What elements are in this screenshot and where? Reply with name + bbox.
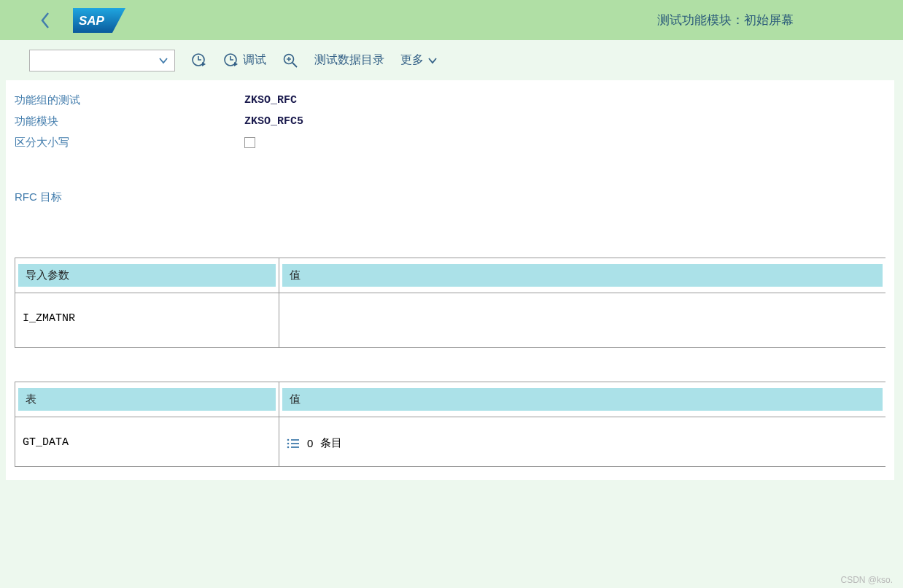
chevron-down-icon (427, 57, 438, 64)
more-button[interactable]: 更多 (400, 53, 438, 68)
param-value-input[interactable] (288, 312, 355, 331)
function-group-value: ZKSO_RFC (244, 94, 297, 107)
import-params-table: 导入参数 I_ZMATNR 值 (15, 258, 885, 348)
list-icon[interactable] (287, 438, 300, 449)
debug-button[interactable]: 调试 (223, 53, 266, 69)
watermark: CSDN @kso. (840, 575, 893, 585)
table-row: GT_DATA (15, 417, 279, 465)
more-label: 更多 (400, 53, 424, 68)
content-area: 功能组的测试 ZKSO_RFC 功能模块 ZKSO_RFC5 区分大小写 RFC… (6, 80, 894, 480)
case-sensitive-checkbox[interactable] (244, 137, 255, 148)
function-group-label: 功能组的测试 (15, 93, 244, 107)
table-row: I_ZMATNR (15, 293, 279, 341)
import-value-header: 值 (282, 264, 883, 287)
svg-point-9 (287, 442, 290, 444)
case-sensitive-label: 区分大小写 (15, 136, 244, 150)
clock-execute-icon[interactable] (191, 53, 207, 69)
sap-logo: SAP (73, 8, 125, 33)
svg-text:SAP: SAP (79, 14, 105, 28)
chevron-down-icon (158, 57, 168, 64)
rfc-target-input[interactable] (244, 186, 522, 208)
search-plus-icon[interactable] (282, 53, 298, 69)
function-module-label: 功能模块 (15, 115, 244, 128)
param-name: I_ZMATNR (23, 312, 75, 325)
page-title: 测试功能模块：初始屏幕 (657, 12, 794, 28)
test-data-dir-button[interactable]: 测试数据目录 (314, 53, 384, 68)
entry-suffix: 条目 (320, 436, 342, 450)
tables-param-header: 表 (18, 388, 276, 411)
app-header: SAP 测试功能模块：初始屏幕 (0, 0, 903, 40)
debug-label: 调试 (243, 53, 266, 68)
test-data-dir-label: 测试数据目录 (314, 53, 384, 68)
rfc-target-row: RFC 目标 (15, 186, 885, 208)
rfc-target-label: RFC 目标 (15, 190, 244, 204)
function-module-row: 功能模块 ZKSO_RFC5 (15, 115, 885, 128)
tables-table: 表 GT_DATA 值 0 条目 (15, 382, 885, 467)
toolbar: 调试 测试数据目录 更多 (0, 40, 903, 80)
back-button[interactable] (32, 12, 58, 29)
function-module-value: ZKSO_RFC5 (244, 115, 303, 128)
import-param-header: 导入参数 (18, 264, 276, 287)
command-dropdown[interactable] (29, 50, 175, 71)
svg-point-7 (287, 438, 290, 441)
svg-line-4 (292, 63, 297, 67)
tables-value-header: 值 (282, 388, 883, 411)
table-name: GT_DATA (23, 436, 69, 449)
function-group-row: 功能组的测试 ZKSO_RFC (15, 93, 885, 107)
case-sensitive-row: 区分大小写 (15, 136, 885, 150)
table-row: 0 条目 (279, 417, 885, 466)
svg-point-11 (287, 446, 290, 448)
entry-count: 0 (307, 437, 313, 449)
table-row (279, 293, 885, 347)
